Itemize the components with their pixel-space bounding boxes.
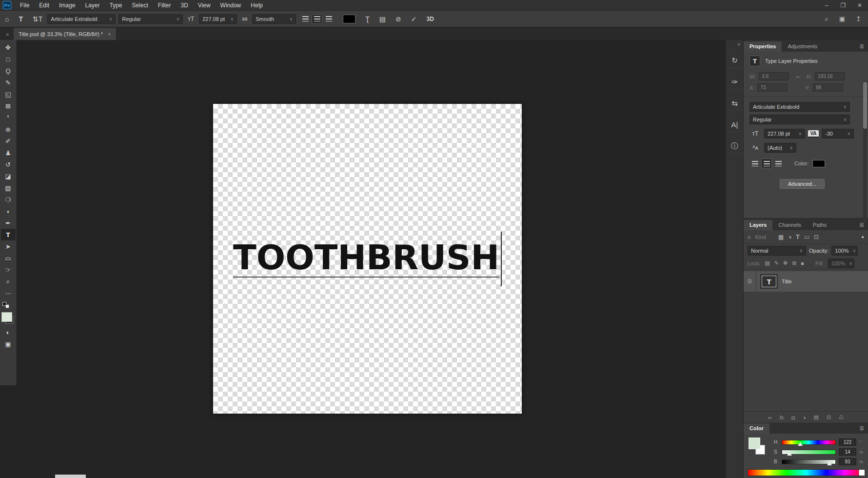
healing-brush-tool[interactable]: ⊕ (1, 123, 16, 135)
collapse-panels-icon[interactable]: » (734, 40, 743, 50)
width-field[interactable]: 3.6 (759, 72, 789, 80)
menu-image[interactable]: Image (54, 2, 80, 9)
filter-pixel-icon[interactable]: ▦ (778, 234, 784, 240)
foreground-color-swatch[interactable] (1, 312, 12, 322)
document-tab[interactable]: Title.psd @ 33.3% (Title, RGB/8#) * × (14, 28, 116, 40)
layer-thumbnail[interactable]: T (760, 274, 778, 289)
history-brush-tool[interactable]: ↺ (1, 159, 16, 170)
lock-position-icon[interactable]: ✥ (783, 260, 788, 266)
align-center-button[interactable] (312, 14, 322, 24)
filter-type-icon[interactable]: T (796, 234, 799, 240)
menu-view[interactable]: View (193, 2, 216, 9)
brightness-slider-thumb[interactable] (827, 461, 832, 465)
brush-settings-panel-icon[interactable]: ✑ (728, 75, 742, 89)
tab-color[interactable]: Color (744, 423, 769, 434)
eraser-tool[interactable]: ◪ (1, 170, 16, 182)
brightness-value-field[interactable]: 93 (839, 458, 856, 465)
menu-edit[interactable]: Edit (34, 2, 54, 9)
hue-value-field[interactable]: 122 (839, 438, 856, 446)
quick-selection-tool[interactable]: ✎ (1, 77, 16, 88)
clone-stamp-tool[interactable]: ♟ (1, 147, 16, 159)
tab-properties[interactable]: Properties (744, 41, 782, 52)
default-colors-icon[interactable] (2, 302, 11, 309)
leading-select[interactable]: (Auto) ∨ (764, 143, 796, 153)
menu-3d[interactable]: 3D (176, 2, 193, 9)
saturation-slider[interactable] (782, 450, 836, 455)
menu-help[interactable]: Help (246, 2, 268, 9)
tracking-select[interactable]: -30 ∨ (822, 129, 854, 139)
layer-row[interactable]: ☉ T Title (744, 271, 868, 292)
panel-menu-icon[interactable]: ≣ (855, 425, 868, 434)
edit-toolbar-icon[interactable]: ⋯ (1, 287, 16, 299)
type-tool[interactable]: T (1, 229, 16, 240)
commit-edits-icon[interactable]: ✓ (406, 15, 422, 23)
saturation-slider-thumb[interactable] (787, 452, 792, 456)
adjustment-layer-icon[interactable]: ◑ (803, 415, 806, 420)
menu-type[interactable]: Type (104, 2, 127, 9)
panel-menu-icon[interactable]: ≣ (855, 221, 868, 230)
font-family-select[interactable]: Articulate Extrabold ∨ (47, 14, 116, 24)
menu-select[interactable]: Select (127, 2, 153, 9)
properties-font-style-select[interactable]: Regular ∨ (750, 115, 850, 124)
align-right-button[interactable] (773, 159, 784, 168)
saturation-value-field[interactable]: 14 (839, 448, 856, 456)
toggle-panels-icon[interactable]: ▤ (375, 15, 391, 23)
screen-mode-icon[interactable]: ▣ (1, 338, 16, 350)
brush-tool[interactable]: ✐ (1, 135, 16, 147)
menu-layer[interactable]: Layer (80, 2, 104, 9)
menu-filter[interactable]: Filter (153, 2, 176, 9)
fill-select[interactable]: 100% ∨ (828, 259, 854, 268)
lock-all-icon[interactable]: ■ (801, 260, 804, 266)
menu-file[interactable]: File (15, 2, 34, 9)
filter-shape-icon[interactable]: ▭ (804, 234, 809, 240)
properties-font-size-select[interactable]: 227.08 pt ∨ (764, 129, 805, 139)
menu-window[interactable]: Window (216, 2, 246, 9)
type-color-swatch[interactable] (812, 160, 825, 167)
layer-visibility-eye-icon[interactable]: ☉ (744, 271, 756, 292)
font-style-select[interactable]: Regular ∨ (118, 14, 183, 24)
search-icon[interactable]: ⌕ (825, 15, 829, 23)
color-spectrum-ramp[interactable] (748, 469, 865, 476)
marquee-tool[interactable]: □ (1, 53, 16, 65)
spectrum-white-chip[interactable] (859, 470, 865, 476)
text-orientation-icon[interactable]: ⇅T (28, 15, 47, 23)
close-icon[interactable]: ✕ (851, 2, 868, 9)
align-right-button[interactable] (323, 14, 334, 24)
blur-tool[interactable]: ❍ (1, 194, 16, 205)
panel-menu-icon[interactable]: ≣ (855, 43, 868, 52)
gradient-tool[interactable]: ▧ (1, 182, 16, 194)
dodge-tool[interactable]: ◖ (1, 205, 16, 217)
clone-source-panel-icon[interactable]: ⇆ (728, 96, 742, 111)
font-size-select[interactable]: 227.08 pt ∨ (199, 14, 237, 24)
layer-name[interactable]: Title (782, 279, 791, 284)
blend-mode-select[interactable]: Normal ∨ (748, 246, 806, 256)
height-field[interactable]: 183.16 (815, 72, 845, 80)
link-dimensions-icon[interactable]: ∞ (796, 74, 800, 80)
tab-layers[interactable]: Layers (744, 220, 772, 230)
canvas-text[interactable]: TOOTHBRUSH (233, 240, 499, 278)
brightness-slider[interactable] (782, 459, 836, 464)
tab-close-icon[interactable]: × (108, 31, 111, 37)
hue-slider-thumb[interactable] (798, 442, 803, 446)
tab-adjustments[interactable]: Adjustments (782, 41, 823, 52)
filter-kind-label[interactable]: Kind (755, 234, 766, 240)
character-panel-icon[interactable]: A| (728, 118, 742, 132)
filter-toggle-icon[interactable]: ● (862, 235, 864, 239)
lasso-tool[interactable]: Ϙ (1, 65, 16, 77)
toolbar-overflow-icon[interactable]: » (0, 31, 14, 40)
filter-smart-object-icon[interactable]: ⊡ (814, 234, 819, 240)
warp-text-icon[interactable]: Ʈ (360, 15, 375, 23)
pen-tool[interactable]: ✒ (1, 217, 16, 229)
advanced-button[interactable]: Advanced... (780, 179, 825, 189)
x-field[interactable]: 73 (757, 83, 788, 92)
move-tool[interactable]: ✥ (1, 41, 16, 53)
link-layers-icon[interactable]: ∞ (768, 415, 772, 420)
type-tool-icon[interactable]: T (14, 15, 28, 23)
foreground-color-swatch[interactable] (749, 438, 760, 449)
hand-tool[interactable]: ☞ (1, 264, 16, 276)
align-left-button[interactable] (300, 14, 311, 24)
filter-adjustment-icon[interactable]: ◑ (788, 234, 791, 240)
crop-tool[interactable]: ◱ (1, 88, 16, 100)
lock-pixels-icon[interactable]: ✎ (774, 260, 779, 266)
hue-slider[interactable] (782, 440, 836, 445)
